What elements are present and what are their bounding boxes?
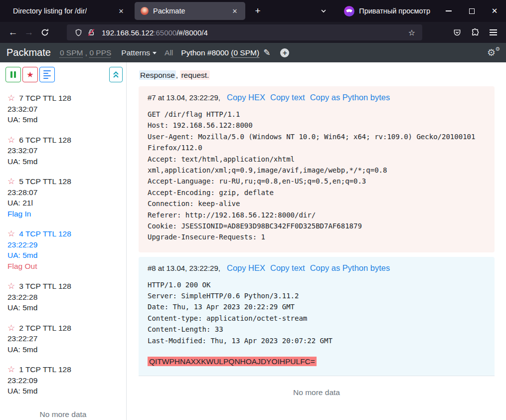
forward-button[interactable]: → bbox=[21, 24, 37, 40]
pause-icon bbox=[10, 71, 16, 78]
add-service-button[interactable]: + bbox=[280, 48, 289, 57]
service-all-link[interactable]: All bbox=[165, 48, 173, 57]
stream-time: 23:22:27 bbox=[7, 333, 119, 344]
browser-window: Directory listing for /dir/ ✕ Packmate ✕… bbox=[0, 0, 506, 420]
url-text[interactable]: 192.168.56.122:65000/#/8000/4 bbox=[102, 28, 208, 37]
reload-icon bbox=[41, 28, 49, 36]
stream-title: 2 TCP TTL 128 bbox=[19, 323, 71, 334]
tab-close-icon[interactable]: ✕ bbox=[116, 5, 127, 16]
main-no-more-data: No more data bbox=[139, 388, 495, 397]
stream-title: 3 TCP TTL 128 bbox=[19, 281, 71, 292]
service-spm: (0 SPM) bbox=[231, 48, 259, 57]
caret-down-icon bbox=[153, 52, 157, 54]
puzzle-piece-icon bbox=[471, 28, 480, 37]
list-all-tabs-button[interactable] bbox=[315, 2, 332, 19]
extensions-button[interactable] bbox=[467, 24, 483, 40]
stream-item-7[interactable]: ☆7 TCP TTL 128 23:32:07 UA: 5md bbox=[0, 89, 126, 131]
url-port: :65000 bbox=[154, 28, 176, 37]
angles-up-icon bbox=[113, 71, 119, 78]
stream-ua: UA: 21l bbox=[7, 198, 119, 209]
content-area: ★ ☆7 TCP TTL 128 23:32:07 UA: 5md ☆6 TCP… bbox=[0, 62, 506, 420]
spm-counter: 0 SPM bbox=[60, 48, 83, 57]
bookmark-star-icon[interactable]: ☆ bbox=[405, 28, 418, 37]
toolbar-right-icons bbox=[449, 24, 501, 40]
stream-item-5[interactable]: ☆5 TCP TTL 128 23:28:07 UA: 21l Flag In bbox=[0, 172, 126, 224]
favorite-star-icon[interactable]: ☆ bbox=[7, 94, 15, 102]
close-window-button[interactable]: ✕ bbox=[483, 0, 506, 22]
favorite-star-icon[interactable]: ☆ bbox=[7, 136, 15, 144]
packet-title: #8 at 13.04, 23:22:29, bbox=[148, 264, 220, 272]
stream-list-view-button[interactable] bbox=[39, 67, 55, 82]
favorites-filter-button[interactable]: ★ bbox=[22, 67, 38, 82]
menu-button[interactable] bbox=[485, 24, 501, 40]
packet-header: #7 at 13.04, 23:22:29, Copy HEX Copy tex… bbox=[148, 93, 486, 102]
settings-gears-icon[interactable]: ⚙⚙ bbox=[487, 47, 500, 58]
pocket-button[interactable] bbox=[449, 24, 465, 40]
url-path: /#/8000/4 bbox=[176, 28, 208, 37]
scroll-to-top-button[interactable] bbox=[109, 67, 123, 82]
favorite-star-icon[interactable]: ☆ bbox=[7, 177, 15, 186]
packmate-navbar: Packmate 0 SPM , 0 PPS Patterns All Pyth… bbox=[0, 43, 506, 62]
patterns-dropdown[interactable]: Patterns bbox=[121, 48, 157, 57]
url-host: 192.168.56.122 bbox=[102, 28, 154, 37]
stream-title: 1 TCP TTL 128 bbox=[19, 364, 71, 375]
new-tab-button[interactable]: + bbox=[250, 3, 265, 18]
stream-list: ☆7 TCP TTL 128 23:32:07 UA: 5md ☆6 TCP T… bbox=[0, 82, 126, 420]
tab-directory-listing[interactable]: Directory listing for /dir/ ✕ bbox=[4, 2, 132, 20]
copy-hex-link[interactable]: Copy HEX bbox=[227, 93, 265, 102]
flag-in-link[interactable]: Flag In bbox=[7, 209, 119, 219]
stream-detail-panel: Response, request. #7 at 13.04, 23:22:29… bbox=[127, 62, 506, 420]
packet-title: #7 at 13.04, 23:22:29, bbox=[148, 93, 220, 102]
copy-hex-link[interactable]: Copy HEX bbox=[227, 263, 265, 273]
copy-python-bytes-link[interactable]: Copy as Python bytes bbox=[310, 263, 390, 273]
reload-button[interactable] bbox=[37, 24, 53, 40]
private-browsing-badge: Приватный просмотр bbox=[344, 6, 430, 16]
maximize-button[interactable] bbox=[460, 0, 483, 22]
packet-header: #8 at 13.04, 23:22:29, Copy HEX Copy tex… bbox=[148, 263, 486, 273]
minimize-button[interactable] bbox=[437, 0, 460, 22]
copy-text-link[interactable]: Copy text bbox=[270, 93, 305, 102]
hamburger-icon bbox=[490, 29, 497, 35]
back-button[interactable]: ← bbox=[5, 24, 21, 40]
favorite-star-icon[interactable]: ☆ bbox=[7, 282, 15, 290]
stream-ua: UA: 5md bbox=[7, 386, 119, 397]
flag-line: QITWPHNAXXKWULPQNHOAJDYOIHPULFC= bbox=[148, 357, 486, 366]
insecure-lock-icon[interactable] bbox=[85, 26, 98, 39]
flag-out-link[interactable]: Flag Out bbox=[7, 261, 119, 272]
sidebar-no-more-data: No more data bbox=[0, 410, 126, 419]
stream-item-4-selected[interactable]: ☆4 TCP TTL 128 23:22:29 UA: 5md Flag Out bbox=[0, 224, 126, 277]
stream-ua: UA: 5md bbox=[7, 156, 119, 167]
align-left-icon bbox=[43, 70, 51, 79]
favorite-star-icon[interactable]: ☆ bbox=[7, 229, 15, 238]
tracking-protection-shield-icon[interactable] bbox=[72, 26, 85, 39]
stream-time: 23:22:28 bbox=[7, 292, 119, 303]
pocket-icon bbox=[453, 28, 462, 37]
stream-item-2[interactable]: ☆2 TCP TTL 128 23:22:27 UA: 5md bbox=[0, 319, 126, 361]
edit-service-icon[interactable]: ✎ bbox=[263, 47, 270, 58]
stream-item-6[interactable]: ☆6 TCP TTL 128 23:32:07 UA: 5md bbox=[0, 131, 126, 173]
patterns-label: Patterns bbox=[121, 48, 150, 57]
stream-time: 23:22:29 bbox=[7, 239, 119, 250]
stream-time: 23:28:07 bbox=[7, 187, 119, 198]
copy-python-bytes-link[interactable]: Copy as Python bytes bbox=[310, 93, 390, 102]
packet-color-legend: Response, request. bbox=[139, 71, 495, 80]
pause-capture-button[interactable] bbox=[5, 67, 21, 82]
packet-card-response: #8 at 13.04, 23:22:29, Copy HEX Copy tex… bbox=[139, 257, 495, 376]
stream-item-1[interactable]: ☆1 TCP TTL 128 23:22:09 UA: 5md bbox=[0, 360, 126, 402]
pps-counter: 0 PPS bbox=[89, 48, 111, 57]
stream-ua: UA: 5md bbox=[7, 114, 119, 125]
favorite-star-icon[interactable]: ☆ bbox=[7, 324, 15, 332]
capture-stats: 0 SPM , 0 PPS bbox=[60, 48, 111, 57]
request-payload: GET /dir/flag HTTP/1.1 Host: 192.168.56.… bbox=[148, 109, 486, 243]
tab-close-icon[interactable]: ✕ bbox=[229, 5, 240, 16]
streams-sidebar: ★ ☆7 TCP TTL 128 23:32:07 UA: 5md ☆6 TCP… bbox=[0, 62, 127, 420]
copy-text-link[interactable]: Copy text bbox=[270, 263, 305, 273]
private-browsing-label: Приватный просмотр bbox=[359, 7, 430, 15]
url-bar[interactable]: 192.168.56.122:65000/#/8000/4 ☆ bbox=[67, 24, 422, 40]
favorite-star-icon[interactable]: ☆ bbox=[7, 365, 15, 374]
stream-title: 4 TCP TTL 128 bbox=[19, 228, 71, 239]
stream-item-3[interactable]: ☆3 TCP TTL 128 23:22:28 UA: 5md bbox=[0, 277, 126, 319]
service-current[interactable]: Python #8000 (0 SPM) bbox=[181, 48, 259, 57]
tab-packmate[interactable]: Packmate ✕ bbox=[135, 2, 245, 20]
brand-packmate[interactable]: Packmate bbox=[6, 47, 51, 58]
